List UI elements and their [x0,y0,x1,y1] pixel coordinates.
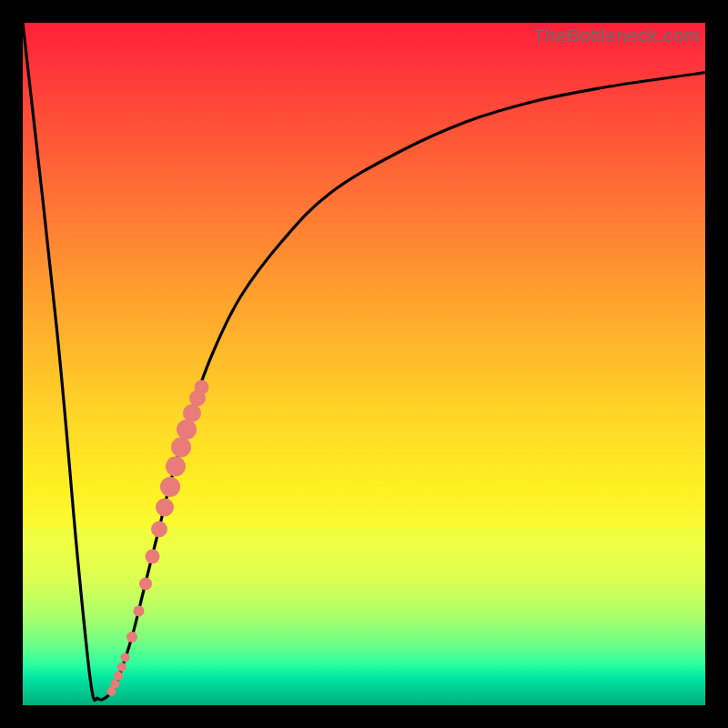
marker-dot [195,380,209,395]
bottleneck-curve-svg [23,23,705,705]
marker-dot [160,477,180,497]
chart-frame: TheBottleneck.com [0,0,728,728]
marker-dot [121,653,130,662]
marker-dot [156,499,174,517]
marker-dot [114,672,123,681]
watermark-text: TheBottleneck.com [533,25,700,46]
marker-dot [177,420,197,440]
marker-dot [146,550,160,564]
marker-dot [139,578,152,591]
bottleneck-curve [23,23,705,701]
marker-dot [134,606,145,617]
marker-dot [110,680,119,689]
marker-dot [166,457,186,477]
marker-dot [171,438,191,458]
marker-dot [117,662,126,672]
marker-dot [126,632,137,642]
marker-dot [183,404,201,422]
marker-dot [151,521,167,538]
plot-area: TheBottleneck.com [23,23,705,705]
